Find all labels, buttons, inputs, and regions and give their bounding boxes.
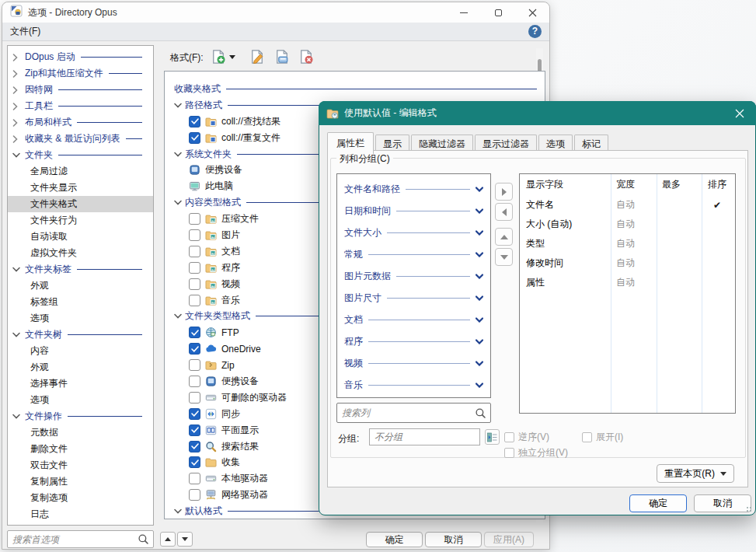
sidebar-item[interactable]: 外观 bbox=[8, 278, 153, 294]
edit-format-button[interactable] bbox=[249, 49, 265, 65]
checkbox-checked[interactable] bbox=[189, 116, 200, 128]
checkbox-unchecked[interactable] bbox=[189, 278, 200, 290]
help-icon[interactable]: ? bbox=[528, 25, 542, 38]
sidebar-item[interactable]: 自动读取 bbox=[8, 229, 153, 245]
chevron-down-icon[interactable] bbox=[476, 336, 483, 347]
resize-grip[interactable] bbox=[747, 507, 753, 513]
chevron-down-icon[interactable] bbox=[476, 292, 483, 303]
checkbox-unchecked[interactable] bbox=[189, 392, 200, 404]
chevron-down-icon[interactable] bbox=[12, 332, 22, 337]
column-category[interactable]: 文件大小 bbox=[337, 222, 490, 243]
sidebar-item[interactable]: 因特网 bbox=[8, 82, 153, 98]
column-category[interactable]: 日期和时间 bbox=[337, 200, 490, 222]
delete-format-button[interactable] bbox=[298, 49, 314, 65]
sidebar-item[interactable]: Zip和其他压缩文件 bbox=[8, 65, 153, 82]
sidebar-item[interactable]: 文件夹格式 bbox=[8, 196, 153, 212]
cancel-button[interactable]: 取消 bbox=[425, 532, 482, 547]
checkbox-unchecked[interactable] bbox=[189, 262, 200, 274]
grouping-picker-button[interactable] bbox=[485, 429, 500, 445]
sidebar-item[interactable]: 复制选项 bbox=[8, 490, 153, 506]
sidebar-item[interactable]: 全局过滤 bbox=[8, 163, 153, 180]
sidebar-item[interactable]: 日志 bbox=[8, 506, 153, 522]
sidebar-item[interactable]: 选择事件 bbox=[8, 376, 153, 392]
chevron-down-icon[interactable] bbox=[476, 358, 483, 369]
sidebar-item[interactable]: 虚拟文件夹 bbox=[8, 245, 153, 261]
checkbox-unchecked[interactable] bbox=[189, 376, 200, 387]
sidebar-item[interactable]: 文件夹树 bbox=[8, 327, 153, 343]
chevron-down-icon[interactable] bbox=[476, 205, 483, 216]
chevron-down-icon[interactable] bbox=[476, 227, 483, 238]
copy-format-button[interactable] bbox=[274, 49, 290, 65]
checkbox-unchecked[interactable] bbox=[189, 473, 200, 484]
add-column-button[interactable] bbox=[495, 183, 513, 201]
chevron-down-icon[interactable] bbox=[476, 314, 483, 325]
sidebar-item[interactable]: 双击文件 bbox=[8, 457, 153, 473]
chevron-down-icon[interactable] bbox=[174, 152, 185, 157]
checkbox-checked[interactable] bbox=[189, 343, 200, 355]
sidebar-item[interactable]: 外观 bbox=[8, 359, 153, 376]
move-down-button[interactable] bbox=[495, 248, 513, 266]
move-up-button[interactable] bbox=[495, 228, 513, 246]
chevron-down-icon[interactable] bbox=[174, 313, 185, 319]
chevron-down-icon[interactable] bbox=[174, 200, 185, 205]
column-category[interactable]: 常规 bbox=[337, 243, 490, 265]
dialog-cancel-button[interactable]: 取消 bbox=[694, 494, 751, 512]
table-row[interactable]: 属性自动 bbox=[520, 273, 735, 292]
checkbox-checked[interactable] bbox=[189, 327, 200, 338]
minimize-button[interactable] bbox=[447, 2, 481, 23]
column-category[interactable]: 音乐 bbox=[337, 374, 490, 396]
column-category[interactable]: 图片元数据 bbox=[337, 265, 490, 287]
column-category[interactable]: 程序 bbox=[337, 330, 490, 352]
checkbox-unchecked[interactable] bbox=[189, 359, 200, 371]
checkbox-checked[interactable] bbox=[189, 441, 200, 452]
checkbox-unchecked[interactable] bbox=[189, 246, 200, 257]
sidebar-item[interactable]: 收藏夹 & 最近访问列表 bbox=[8, 131, 153, 147]
new-format-button[interactable] bbox=[211, 49, 226, 65]
chevron-right-icon[interactable] bbox=[12, 103, 22, 110]
sidebar-item[interactable]: 标签组 bbox=[8, 294, 153, 310]
table-row[interactable]: 大小 (自动)自动 bbox=[520, 215, 735, 234]
chevron-down-icon[interactable] bbox=[12, 414, 22, 419]
sidebar-item[interactable]: 文件夹 bbox=[8, 147, 153, 163]
chevron-right-icon[interactable] bbox=[12, 86, 22, 94]
chevron-down-icon[interactable] bbox=[174, 103, 185, 108]
dialog-ok-button[interactable]: 确定 bbox=[629, 494, 687, 512]
chevron-right-icon[interactable] bbox=[12, 54, 22, 61]
checkbox-unchecked[interactable] bbox=[189, 295, 200, 306]
menu-file[interactable]: 文件(F) bbox=[2, 25, 48, 38]
table-header[interactable]: 显示字段 bbox=[520, 178, 610, 191]
individual-groups-checkbox-box[interactable] bbox=[504, 448, 514, 458]
sidebar-item[interactable]: 选项 bbox=[8, 392, 153, 408]
sidebar-item[interactable]: 文件夹标签 bbox=[8, 261, 153, 278]
maximize-button[interactable] bbox=[481, 2, 515, 23]
checkbox-unchecked[interactable] bbox=[189, 213, 200, 225]
sidebar-item[interactable]: 文件操作 bbox=[8, 408, 153, 424]
grouping-field[interactable] bbox=[369, 428, 480, 445]
sidebar-item[interactable]: 选项 bbox=[8, 310, 153, 327]
dialog-close-button[interactable] bbox=[733, 107, 747, 121]
tab-属性栏[interactable]: 属性栏 bbox=[327, 132, 374, 154]
sidebar-item[interactable]: 文件夹行为 bbox=[8, 212, 153, 229]
column-category[interactable]: 文档 bbox=[337, 309, 490, 330]
column-category[interactable]: 文件名和路径 bbox=[337, 178, 490, 200]
chevron-right-icon[interactable] bbox=[12, 70, 22, 78]
ok-button[interactable]: 确定 bbox=[366, 532, 423, 547]
reset-page-button[interactable]: 重置本页(R) bbox=[657, 464, 734, 483]
table-header[interactable]: 排序 bbox=[701, 178, 733, 191]
remove-column-button[interactable] bbox=[495, 203, 513, 221]
checkbox-unchecked[interactable] bbox=[189, 229, 200, 241]
chevron-down-icon[interactable] bbox=[476, 271, 483, 281]
sidebar-item[interactable]: 复制属性 bbox=[8, 473, 153, 490]
checkbox-checked[interactable] bbox=[189, 456, 200, 468]
checkbox-checked[interactable] bbox=[189, 424, 200, 436]
expand-checkbox-box[interactable] bbox=[582, 432, 592, 442]
sidebar-item[interactable]: 过滤器 bbox=[8, 522, 153, 526]
nav-previous-button[interactable] bbox=[160, 532, 176, 547]
table-row[interactable]: 类型自动 bbox=[520, 234, 735, 253]
chevron-down-icon[interactable] bbox=[12, 152, 22, 158]
sidebar-item[interactable]: 删除文件 bbox=[8, 441, 153, 457]
sidebar-item[interactable]: 工具栏 bbox=[8, 98, 153, 114]
checkbox-checked[interactable] bbox=[189, 132, 200, 144]
nav-next-button[interactable] bbox=[177, 532, 193, 547]
chevron-down-icon[interactable] bbox=[476, 379, 483, 390]
